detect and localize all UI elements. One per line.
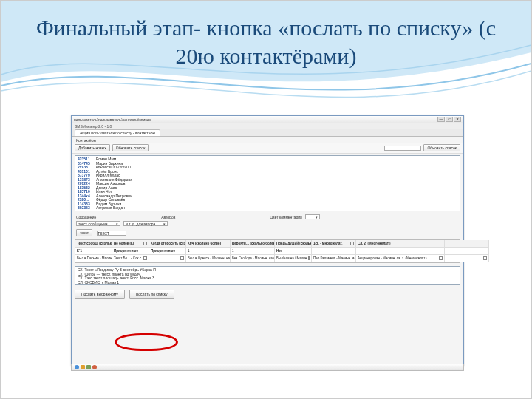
taskbar-app-icon[interactable]	[81, 365, 85, 369]
add-button[interactable]: Добавить новых	[75, 144, 110, 151]
send-by-list-button[interactable]: Послать по списку	[129, 290, 174, 299]
table-cell: К°1	[75, 248, 112, 255]
params-grid: Текст сообщ. (сколько) Не более (К) Когд…	[75, 239, 460, 263]
search-input[interactable]	[384, 146, 421, 151]
window-maximize-button[interactable]: ▭	[446, 117, 453, 122]
col-header[interactable]: Вероятн… (сколько более)	[231, 240, 275, 248]
os-taskbar[interactable]	[71, 364, 464, 371]
table-cell: 1	[231, 248, 275, 255]
label-message: Сообщение	[76, 215, 96, 219]
window-close-button[interactable]: ✕	[454, 117, 461, 122]
window-subtitle-bar: SMSМанагер 2.0 - 1.0	[72, 123, 463, 129]
label-comment-color: Цвет комментария	[270, 215, 301, 219]
section-label-contacts: Контактёры	[72, 137, 463, 143]
col-header[interactable]	[445, 240, 489, 248]
author-combo[interactable]: и т. д. для автора▾	[123, 221, 168, 226]
table-cell[interactable]: з. (Многожелат.)	[400, 255, 445, 262]
msg-text-button[interactable]: текст	[76, 229, 92, 236]
list-item: 222044С. сh. Ульяина	[78, 211, 457, 212]
chevron-down-icon[interactable]: ▾	[316, 215, 318, 219]
taskbar-app-icon[interactable]	[86, 365, 91, 369]
bottom-action-bar: Послать выбранному Послать по списку	[75, 290, 460, 299]
slide-title: Финальный этап- кнопка «послать по списк…	[1, 1, 531, 69]
contacts-list[interactable]: 423511Роман Ммм 314745Мария Биркина 2xx3…	[75, 155, 460, 211]
open-button[interactable]: Обновить список	[112, 144, 149, 151]
msg-text-input[interactable]: ТЕКСТ	[97, 231, 126, 236]
window-title-path: пользователь\пользователь\контакты\списо…	[74, 117, 151, 122]
table-cell[interactable]	[149, 255, 186, 262]
table-cell: Приоритетные	[149, 248, 186, 255]
table-cell[interactable]: Акционирован - Маоинн. сати	[356, 255, 400, 262]
contacts-toolbar: Добавить новых Обновить список Обновить …	[72, 143, 463, 154]
tab-contacts[interactable]: Акция пользователя по списку - Контактёр…	[75, 129, 160, 136]
col-header[interactable]: Предыдущий (сколько)	[275, 240, 312, 248]
col-header[interactable]: 1сг. - Многожелат.	[312, 240, 356, 248]
start-icon[interactable]	[75, 365, 79, 369]
table-cell	[400, 248, 445, 255]
message-config-row: Сообщение Авторов Цвет комментария ▾	[72, 213, 463, 221]
table-cell	[445, 248, 489, 255]
window-minimize-button[interactable]: —	[437, 117, 445, 122]
table-cell: 1	[186, 248, 231, 255]
app-window: пользователь\пользователь\контакты\списо…	[71, 115, 464, 366]
notes-panel[interactable]: СХ: Текст «Поединку Ру 3-сентябрь Уборка…	[75, 266, 460, 285]
chevron-down-icon: ▾	[116, 222, 118, 226]
col-header[interactable]	[400, 240, 445, 248]
col-header[interactable]: Сл. 2. (Многожелат.)	[356, 240, 400, 248]
col-header[interactable]: Не более (К)	[112, 240, 149, 248]
table-cell[interactable]: Текст Бо... - Сок с	[112, 255, 149, 262]
table-cell[interactable]	[445, 255, 489, 262]
table-cell[interactable]: Был/ели на / Маоин.	[275, 255, 312, 262]
message-template-combo[interactable]: текст сообщения▾	[76, 221, 120, 226]
refresh-button[interactable]: Обновить список	[423, 144, 460, 151]
table-cell: Приоритетные	[112, 248, 149, 255]
table-cell[interactable]: Был в Письме - Маоинн..	[75, 255, 112, 262]
table-cell	[356, 248, 400, 255]
tab-row: Акция пользователя по списку - Контактёр…	[72, 129, 463, 137]
col-header[interactable]: Текст сообщ. (сколько)	[75, 240, 112, 248]
table-cell: Нет	[275, 248, 312, 255]
col-header[interactable]: Когда отбросить (сколько)	[149, 240, 186, 248]
table-cell[interactable]: Был в Одессе - Маоинн. нацнач.	[186, 255, 231, 262]
col-header[interactable]: Кг/ч (сколько более)	[186, 240, 231, 248]
note-line: СЛ. СКСВИС. к Малая 1	[78, 281, 457, 285]
table-cell[interactable]: Пер Каламент - Маоинн. илопит/Да	[312, 255, 356, 262]
taskbar-app-icon[interactable]	[92, 365, 97, 369]
send-selected-button[interactable]: Послать выбранному	[75, 290, 125, 299]
chevron-down-icon: ▾	[163, 222, 166, 226]
window-titlebar[interactable]: пользователь\пользователь\контакты\списо…	[72, 116, 463, 123]
table-cell[interactable]: Без Свобода - Маоинн. иа-саа-..	[231, 255, 275, 262]
label-author: Авторов	[161, 215, 175, 219]
table-cell	[312, 248, 356, 255]
